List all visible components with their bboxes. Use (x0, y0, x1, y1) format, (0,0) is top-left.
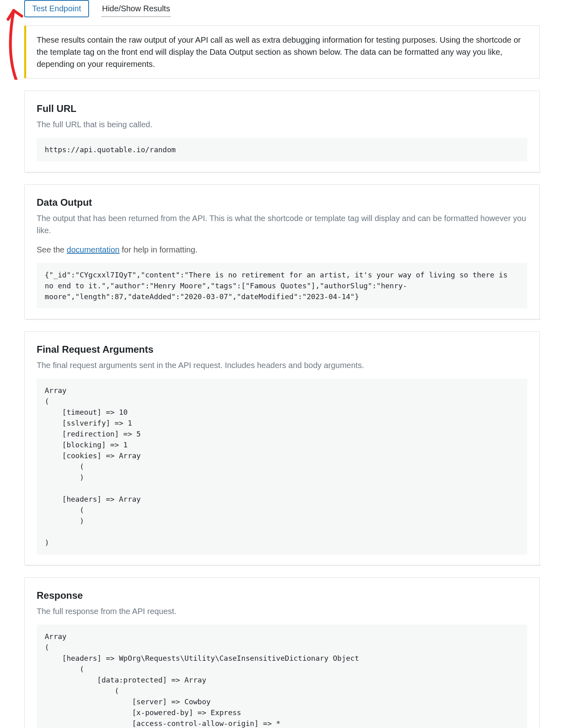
helper-suffix: for help in formatting. (120, 245, 197, 254)
final-request-value: Array ( [timeout] => 10 [sslverify] => 1… (37, 378, 527, 554)
hide-show-results-button[interactable]: Hide/Show Results (101, 1, 171, 17)
response-value: Array ( [headers] => WpOrg\Requests\Util… (37, 625, 527, 728)
final-request-card: Final Request Arguments The final reques… (24, 331, 540, 565)
final-request-title: Final Request Arguments (37, 342, 527, 357)
data-output-value: {"_id":"CYgcxxl7IQyT","content":"There i… (37, 263, 527, 308)
response-title: Response (37, 588, 527, 603)
full-url-title: Full URL (37, 101, 527, 116)
results-info-text: These results contain the raw output of … (37, 34, 529, 70)
data-output-title: Data Output (37, 195, 527, 210)
tabs-row: Test Endpoint Hide/Show Results (24, 0, 540, 17)
test-endpoint-button[interactable]: Test Endpoint (24, 0, 89, 17)
full-url-value: https://api.quotable.io/random (37, 138, 527, 161)
helper-prefix: See the (37, 245, 67, 254)
results-info-box: These results contain the raw output of … (24, 25, 540, 79)
response-card: Response The full response from the API … (24, 577, 540, 728)
data-output-card: Data Output The output that has been ret… (24, 184, 540, 319)
response-subtitle: The full response from the API request. (37, 605, 527, 617)
data-output-helper: See the documentation for help in format… (37, 244, 527, 256)
full-url-subtitle: The full URL that is being called. (37, 118, 527, 130)
final-request-subtitle: The final request arguments sent in the … (37, 359, 527, 371)
documentation-link[interactable]: documentation (67, 245, 120, 254)
full-url-card: Full URL The full URL that is being call… (24, 91, 540, 172)
data-output-subtitle: The output that has been returned from t… (37, 212, 527, 236)
